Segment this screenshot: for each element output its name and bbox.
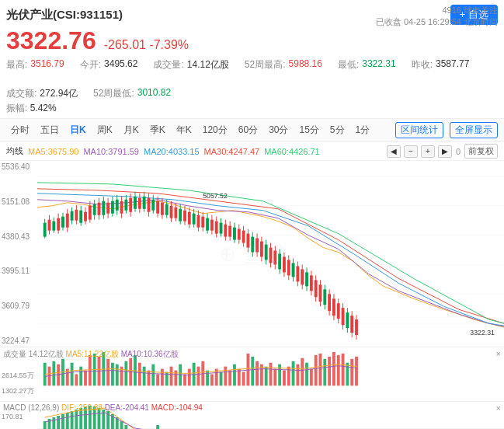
tab-1[interactable]: 1分 [351,122,375,138]
svg-rect-155 [75,375,78,386]
tab-60[interactable]: 60分 [234,122,262,138]
svg-rect-212 [332,352,335,385]
spacer: 0 [455,147,461,156]
ma20-label: MA20:4033.15 [144,147,200,156]
tab-yuek[interactable]: 月K [119,122,144,138]
svg-rect-200 [278,364,281,386]
tab-wuri[interactable]: 五日 [36,122,64,138]
svg-rect-207 [310,369,313,386]
stat-amount: 成交额: 272.94亿 [6,87,78,100]
svg-rect-180 [188,369,191,386]
meta-info: 4916 球友关注 已收盘 04-25 16:29:54 北京时间 [376,5,498,28]
svg-rect-164 [116,364,119,386]
stock-title: 光伏产业(CSI:931151) [6,8,123,23]
stat-high: 最高: 3516.79 [6,58,64,72]
svg-rect-173 [156,375,159,386]
restore-button[interactable]: 前复权 [464,144,498,159]
svg-rect-201 [283,371,286,386]
stats-row: 最高: 3516.79 今开: 3495.62 成交量: 14.12亿股 52周… [6,58,498,100]
ma60-label: MA60:4426.71 [264,147,320,156]
main-chart: 5536.40 5151.08 4380.43 3995.11 3609.79 … [0,161,504,347]
stat-prev-close: 昨收: 3587.77 [412,58,470,72]
tab-rik[interactable]: 日K [65,122,91,138]
svg-rect-197 [265,367,268,386]
tab-120[interactable]: 120分 [198,122,232,138]
main-price: 3322.76 [6,26,96,55]
tab-15[interactable]: 15分 [294,122,323,138]
svg-rect-194 [251,357,254,385]
ma30-label: MA30:4247.47 [204,147,260,156]
svg-rect-189 [228,371,231,386]
fullscreen-button[interactable]: 全屏显示 [450,122,498,138]
svg-rect-203 [292,361,295,386]
candlestick-chart: 5057.52 3322.31 [37,161,504,347]
zoom-out-button[interactable]: − [404,145,418,158]
svg-rect-192 [242,372,245,386]
vol-text: 成交量 14.12亿股 [3,350,64,358]
svg-rect-226 [75,410,78,429]
chart-container: 5536.40 5151.08 4380.43 3995.11 3609.79 … [0,161,504,429]
svg-rect-157 [84,371,87,386]
svg-rect-191 [238,369,241,386]
svg-rect-176 [170,367,173,386]
stat-52low: 52周最低: 3010.82 [93,87,171,100]
interval-stats-button[interactable]: 区间统计 [395,122,443,138]
svg-rect-204 [296,364,299,386]
scroll-left-button[interactable]: ◀ [387,145,401,158]
svg-rect-169 [138,363,141,386]
svg-rect-198 [269,363,273,386]
svg-rect-154 [71,363,74,386]
svg-rect-156 [79,367,82,386]
svg-rect-162 [106,359,109,386]
macd-value: MACD:-104.94 [151,403,203,412]
stat-low: 最低: 3322.31 [338,58,396,72]
svg-text:3322.31: 3322.31 [470,329,495,337]
ma-label: 均线 [6,145,23,157]
svg-text:5057.52: 5057.52 [203,192,228,200]
svg-rect-166 [124,361,127,386]
tab-right-btns: 区间统计 全屏显示 [395,122,498,138]
change-amount: -265.01 [104,38,146,51]
svg-rect-202 [287,367,290,386]
macd-close-button[interactable]: × [496,403,501,413]
scroll-right-button[interactable]: ▶ [438,145,452,158]
zoom-in-button[interactable]: + [421,145,435,158]
svg-rect-225 [71,411,74,429]
tab-fenshi[interactable]: 分时 [6,122,34,138]
tab-5[interactable]: 5分 [325,122,349,138]
svg-rect-213 [337,355,340,385]
svg-rect-244 [156,425,159,429]
svg-rect-184 [206,371,209,386]
svg-rect-223 [61,414,64,429]
macd-labels: MACD (12,26,9) DIF:-256.88 DEA:-204.41 M… [3,403,203,412]
svg-rect-210 [323,359,326,386]
svg-rect-163 [111,363,114,386]
svg-rect-216 [350,359,353,386]
vol-y2: 1302.27万 [2,386,34,396]
svg-rect-215 [346,363,349,386]
header: 光伏产业(CSI:931151) + 自选 4916 球友关注 已收盘 04-2… [0,0,504,119]
macd-title: MACD (12,26,9) [3,403,59,412]
macd-dea: DEA:-204.41 [105,403,149,412]
y-labels-main: 5536.40 5151.08 4380.43 3995.11 3609.79 … [2,161,30,347]
svg-rect-205 [301,358,304,385]
svg-rect-222 [57,416,60,429]
svg-rect-214 [342,354,345,385]
svg-rect-188 [224,367,227,386]
svg-rect-195 [255,361,259,386]
tab-30[interactable]: 30分 [264,122,293,138]
macd-y1: 170.81 [2,413,23,420]
timestamp: 已收盘 04-25 16:29:54 北京时间 [376,17,498,26]
svg-rect-209 [319,354,322,385]
stat-open: 今开: 3495.62 [80,58,138,72]
stat-52high: 52周最高: 5988.16 [245,58,322,72]
vol-close-button[interactable]: × [496,349,501,358]
tab-zhouk[interactable]: 周K [92,122,117,138]
svg-rect-220 [48,419,51,429]
volume-chart: 成交量 14.12亿股 MA5:11.22亿股 MA10:10.36亿股 × 2… [0,347,504,402]
svg-rect-199 [273,369,276,386]
macd-dif: DIF:-256.88 [61,403,103,412]
volume-labels: 成交量 14.12亿股 MA5:11.22亿股 MA10:10.36亿股 [3,349,179,360]
tab-jik[interactable]: 季K [145,122,170,138]
tab-niank[interactable]: 年K [172,122,196,138]
